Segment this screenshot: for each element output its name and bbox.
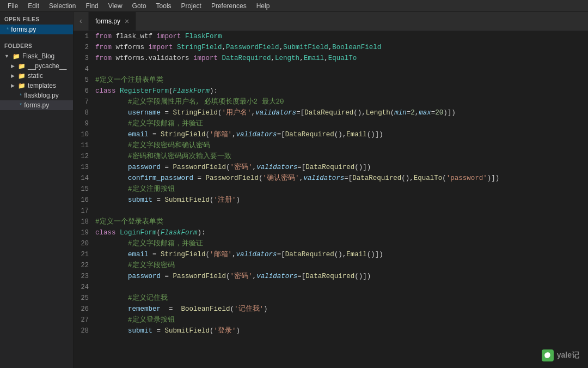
line-number: 15	[78, 184, 89, 195]
main-area: OPEN FILES * forms.py FOLDERS ▼ 📁 Flask_…	[0, 12, 588, 368]
code-line: from wtforms import StringField,Password…	[95, 42, 577, 53]
static-name: static	[28, 72, 43, 80]
file-forms-py[interactable]: * forms.py	[0, 100, 73, 110]
menu-goto[interactable]: Goto	[128, 1, 151, 11]
code-line: #定义登录按钮	[95, 315, 577, 325]
folders-label: FOLDERS	[0, 39, 73, 51]
line-number: 24	[78, 282, 89, 293]
open-files-label: OPEN FILES	[0, 12, 73, 25]
line-number: 23	[78, 271, 89, 282]
tab-forms-py[interactable]: forms.py ×	[89, 12, 136, 31]
code-line: #定义注册按钮	[95, 184, 577, 195]
menu-view[interactable]: View	[104, 1, 127, 11]
code-line: password = PasswordField('密码',validators…	[95, 271, 577, 282]
line-number: 19	[78, 227, 89, 238]
code-line: #定义字段属性用户名, 必填项长度最小2 最大20	[95, 96, 577, 107]
code-line: #定义字段邮箱，并验证	[95, 118, 577, 129]
line-number: 5	[78, 75, 89, 86]
line-number: 27	[78, 315, 89, 325]
code-line: class LoginForm(FlaskForm):	[95, 227, 577, 238]
folder-templates[interactable]: ▶ 📁 templates	[0, 81, 73, 91]
code-line: #定义字段密码和确认密码	[95, 140, 577, 151]
code-line: email = StringField('邮箱',validators=[Dat…	[95, 249, 577, 260]
code-line: from flask_wtf import FlaskForm	[95, 31, 577, 42]
sidebar-open-file-forms-py[interactable]: * forms.py	[0, 25, 73, 34]
code-line: submit = SubmitField('登录')	[95, 325, 577, 336]
line-number: 16	[78, 195, 89, 206]
caret-right-icon-2: ▶	[11, 73, 15, 79]
wechat-icon	[542, 349, 554, 361]
menu-help[interactable]: Help	[252, 1, 274, 11]
line-number: 26	[78, 304, 89, 315]
line-number: 10	[78, 129, 89, 140]
code-line: username = StringField('用户名',validators=…	[95, 107, 577, 118]
code-line: confirm_password = PasswordField('确认密码',…	[95, 173, 577, 184]
watermark-text: yale记	[557, 351, 579, 360]
menu-preferences[interactable]: Preferences	[207, 1, 251, 11]
line-number: 6	[78, 86, 89, 96]
code-line: password = PasswordField('密码',validators…	[95, 162, 577, 173]
templates-name: templates	[28, 82, 56, 89]
open-file-name: forms.py	[11, 26, 36, 33]
menu-file[interactable]: File	[3, 1, 22, 11]
tab-close-button[interactable]: ×	[125, 17, 129, 26]
menu-tools[interactable]: Tools	[152, 1, 176, 11]
pycache-name: __pycache__	[28, 62, 66, 70]
code-line: #密码和确认密码两次输入要一致	[95, 151, 577, 162]
watermark: yale记	[542, 349, 579, 361]
folder-flask-blog[interactable]: ▼ 📁 Flask_Blog	[0, 51, 73, 61]
forms-name: forms.py	[24, 101, 49, 109]
line-number: 25	[78, 293, 89, 304]
line-number: 20	[78, 238, 89, 249]
line-number: 12	[78, 151, 89, 162]
line-number: 14	[78, 173, 89, 184]
caret-down-icon: ▼	[4, 53, 9, 59]
menu-selection[interactable]: Selection	[45, 1, 80, 11]
line-number: 9	[78, 118, 89, 129]
py-icon-forms: *	[20, 102, 22, 108]
code-line: email = StringField('邮箱',validators=[Dat…	[95, 129, 577, 140]
line-number: 28	[78, 325, 89, 336]
line-number: 22	[78, 260, 89, 271]
caret-right-icon-3: ▶	[11, 83, 15, 88]
menu-project[interactable]: Project	[177, 1, 206, 11]
line-number: 8	[78, 107, 89, 118]
line-number: 18	[78, 216, 89, 227]
code-line: #定义记住我	[95, 293, 577, 304]
menu-find[interactable]: Find	[81, 1, 102, 11]
code-line: #定义一个登录表单类	[95, 216, 577, 227]
folder-static[interactable]: ▶ 📁 static	[0, 71, 73, 81]
folder-icon: 📁	[13, 53, 20, 60]
line-number: 7	[78, 96, 89, 107]
line-number: 17	[78, 206, 89, 216]
line-number: 4	[78, 64, 89, 75]
code-line: #定义一个注册表单类	[95, 75, 577, 86]
flaskblog-name: flaskblog.py	[24, 92, 58, 99]
folder-icon-4: 📁	[18, 82, 26, 89]
caret-right-icon: ▶	[11, 63, 15, 69]
code-line	[95, 206, 577, 216]
code-container[interactable]: 1234567891011121314151617181920212223242…	[74, 31, 588, 368]
line-numbers: 1234567891011121314151617181920212223242…	[74, 31, 95, 368]
menubar: File Edit Selection Find View Goto Tools…	[0, 0, 588, 12]
line-number: 21	[78, 249, 89, 260]
file-flaskblog-py[interactable]: * flaskblog.py	[0, 91, 73, 100]
tab-nav-back[interactable]: ‹	[74, 12, 89, 31]
code-lines: from flask_wtf import FlaskFormfrom wtfo…	[95, 31, 588, 368]
line-number: 2	[78, 42, 89, 53]
folder-icon-3: 📁	[18, 73, 26, 80]
code-line: from wtforms.validators import DataRequi…	[95, 53, 577, 64]
py-file-icon: *	[7, 26, 9, 33]
line-number: 11	[78, 140, 89, 151]
line-number: 3	[78, 53, 89, 64]
code-line: #定义字段密码	[95, 260, 577, 271]
line-number: 13	[78, 162, 89, 173]
code-line: remember = BooleanField('记住我')	[95, 304, 577, 315]
sidebar: OPEN FILES * forms.py FOLDERS ▼ 📁 Flask_…	[0, 12, 74, 368]
code-line: submit = SubmitField('注册')	[95, 195, 577, 206]
menu-edit[interactable]: Edit	[23, 1, 44, 11]
tab-bar: ‹ forms.py ×	[74, 12, 588, 31]
tab-label: forms.py	[95, 17, 120, 25]
line-number: 1	[78, 31, 89, 42]
folder-pycache[interactable]: ▶ 📁 __pycache__	[0, 61, 73, 71]
